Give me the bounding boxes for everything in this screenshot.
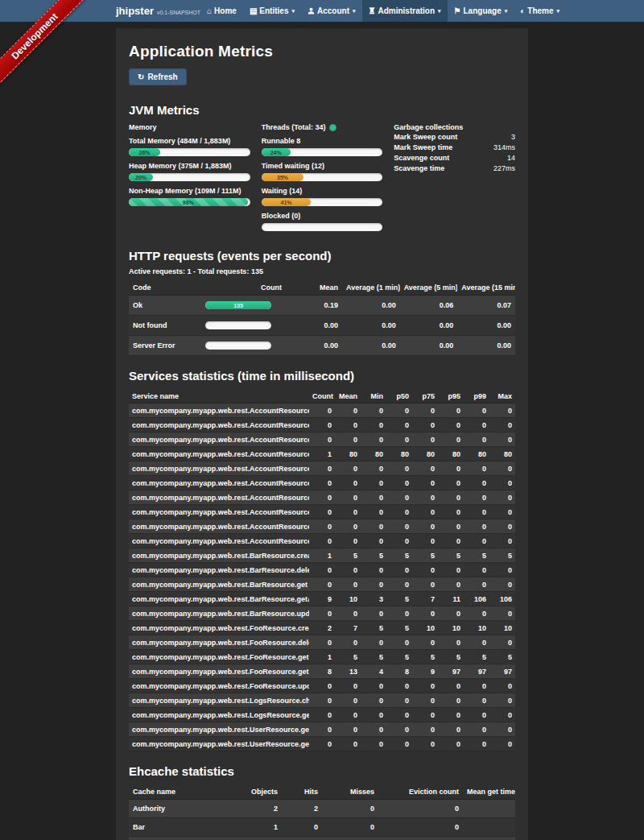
service-value-cell: 0	[438, 476, 464, 490]
services-table-header: Service nameCountMeanMinp50p75p95p99Max	[129, 389, 515, 403]
service-value-cell: 0	[309, 635, 335, 650]
chevron-down-icon: ▾	[291, 8, 295, 14]
services-header-mean: Mean	[335, 389, 361, 403]
service-value-cell: 0	[489, 722, 515, 737]
service-value-cell: 0	[438, 505, 464, 519]
service-value-cell: 80	[464, 447, 489, 461]
service-value-cell: 0	[464, 577, 489, 592]
service-value-cell: 0	[438, 722, 464, 737]
service-value-cell: 0	[464, 679, 489, 693]
service-value-cell: 0	[386, 722, 412, 737]
service-name-cell: com.mycompany.myapp.web.rest.BarResource…	[129, 592, 309, 606]
service-name-cell: com.mycompany.myapp.web.rest.AccountReso…	[129, 403, 309, 418]
service-value-cell: 0	[438, 606, 464, 621]
service-name-cell: com.mycompany.myapp.web.rest.FooResource…	[129, 650, 309, 664]
service-value-cell: 0	[464, 693, 489, 708]
service-value-cell: 0	[309, 403, 335, 418]
refresh-button[interactable]: ↻ Refresh	[129, 68, 187, 85]
service-value-cell: 0	[464, 563, 489, 577]
service-value-cell: 0	[309, 577, 335, 592]
threads-runnable-8-progress-bar: 24%	[262, 148, 383, 156]
service-value-cell: 0	[361, 519, 386, 534]
service-value-cell: 0	[438, 577, 464, 592]
ehcache-statistics-title: Ehcache statistics	[129, 764, 515, 778]
service-value-cell: 0	[438, 418, 464, 432]
service-value-cell: 0	[412, 737, 438, 751]
service-value-cell: 8	[309, 664, 335, 679]
service-value-cell: 0	[489, 708, 515, 722]
service-value-cell: 0	[412, 519, 438, 534]
service-value-cell: 80	[361, 447, 386, 461]
memory-heap-memory-progress-fill: 20%	[129, 173, 153, 181]
service-value-cell: 0	[361, 635, 386, 650]
services-header-service-name: Service name	[129, 389, 309, 403]
service-value-cell: 9	[309, 592, 335, 606]
service-value-cell: 0	[464, 722, 489, 737]
service-name-cell: com.mycompany.myapp.web.rest.AccountReso…	[129, 519, 309, 534]
service-value-cell: 80	[438, 447, 464, 461]
service-value-cell: 5	[361, 548, 386, 563]
service-row: com.mycompany.myapp.web.rest.LogsResourc…	[129, 693, 515, 708]
service-value-cell: 0	[438, 679, 464, 693]
service-row: com.mycompany.myapp.web.rest.AccountReso…	[129, 447, 515, 461]
service-row: com.mycompany.myapp.web.rest.UserResourc…	[129, 722, 515, 737]
service-row: com.mycompany.myapp.web.rest.AccountReso…	[129, 505, 515, 519]
service-value-cell: 0	[489, 563, 515, 577]
service-value-cell: 0	[361, 432, 386, 447]
service-value-cell: 0	[309, 679, 335, 693]
service-value-cell: 0	[335, 606, 361, 621]
service-row: com.mycompany.myapp.web.rest.FooResource…	[129, 635, 515, 650]
cache-value-cell: 0	[322, 837, 378, 840]
thread-dump-icon[interactable]	[329, 124, 336, 131]
service-value-cell: 5	[386, 548, 412, 563]
nav-item-theme[interactable]: ◐Theme▾	[514, 0, 566, 22]
entities-list-icon: ▤	[250, 7, 257, 15]
cache-value-cell: 1	[237, 818, 282, 837]
service-value-cell: 0	[309, 722, 335, 737]
ehcache-table-header: Cache nameObjectsHitsMissesEviction coun…	[129, 784, 515, 800]
http-value-cell: 0.19	[286, 296, 342, 316]
home-icon: ⌂	[207, 7, 212, 15]
gc-row-scavenge-count: Scavenge count14	[394, 153, 515, 163]
nav-item-account[interactable]: Account▾	[301, 0, 362, 22]
service-value-cell: 0	[386, 505, 412, 519]
service-value-cell: 0	[464, 432, 489, 447]
nav-item-label: Home	[214, 6, 237, 15]
services-statistics-title: Services statistics (time in millisecond…	[129, 369, 515, 383]
service-row: com.mycompany.myapp.web.rest.FooResource…	[129, 664, 515, 679]
service-row: com.mycompany.myapp.web.rest.AccountReso…	[129, 534, 515, 548]
ehcache-row-foo: Foo2700	[129, 837, 515, 840]
service-name-cell: com.mycompany.myapp.web.rest.AccountReso…	[129, 418, 309, 432]
nav-item-language[interactable]: ⚑Language▾	[448, 0, 514, 22]
nav-item-entities[interactable]: ▤Entities▾	[243, 0, 301, 22]
services-header-max: Max	[489, 389, 515, 403]
memory-title: Memory	[129, 123, 250, 131]
service-value-cell: 4	[361, 664, 386, 679]
cache-value-cell: 0	[322, 818, 378, 837]
http-row-ok: Ok1350.190.000.060.07	[129, 296, 515, 316]
nav-item-home[interactable]: ⌂Home	[200, 0, 243, 22]
jvm-metrics-title: JVM Metrics	[129, 103, 515, 117]
service-value-cell: 80	[335, 447, 361, 461]
brand-link[interactable]: jhipster v0.1-SNAPSHOT	[116, 5, 200, 17]
service-value-cell: 0	[438, 461, 464, 476]
service-row: com.mycompany.myapp.web.rest.AccountReso…	[129, 461, 515, 476]
service-value-cell: 0	[361, 708, 386, 722]
gc-label: Mark Sweep time	[394, 143, 452, 153]
app-root: Development jhipster v0.1-SNAPSHOT ⌂Home…	[0, 0, 644, 840]
service-value-cell: 0	[335, 534, 361, 548]
service-name-cell: com.mycompany.myapp.web.rest.FooResource…	[129, 621, 309, 635]
service-value-cell: 0	[309, 563, 335, 577]
service-value-cell: 0	[438, 403, 464, 418]
service-name-cell: com.mycompany.myapp.web.rest.BarResource…	[129, 577, 309, 592]
http-count-server-error-progress-bar	[205, 341, 271, 350]
nav-item-administration[interactable]: ♜Administration▾	[362, 0, 448, 22]
services-statistics-table: Service nameCountMeanMinp50p75p95p99Max …	[129, 389, 515, 751]
service-value-cell: 0	[335, 519, 361, 534]
service-row: com.mycompany.myapp.web.rest.AccountReso…	[129, 432, 515, 447]
service-value-cell: 0	[309, 693, 335, 708]
service-value-cell: 10	[489, 621, 515, 635]
http-value-cell: 0.00	[342, 336, 400, 356]
service-name-cell: com.mycompany.myapp.web.rest.AccountReso…	[129, 490, 309, 505]
service-value-cell: 0	[438, 693, 464, 708]
